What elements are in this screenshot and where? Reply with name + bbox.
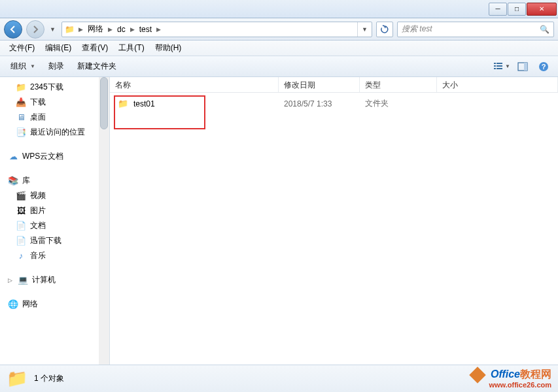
svg-rect-4 [497,65,502,67]
picture-icon: 🖼 [16,206,26,216]
svg-text:?: ? [542,63,546,71]
tree-item-network[interactable]: 🌐 网络 [0,297,109,312]
file-name-cell[interactable]: 📁 test01 [110,99,279,109]
menu-bar: 文件(F) 编辑(E) 查看(V) 工具(T) 帮助(H) [0,41,558,56]
video-icon: 🎬 [16,191,26,201]
menu-tools[interactable]: 工具(T) [113,41,149,56]
breadcrumb[interactable]: 📁 ▶ 网络 ▶ dc ▶ test ▶ ▼ [61,22,372,37]
tree-item-xunlei[interactable]: 📄 迅雷下载 [0,233,109,248]
document-icon: 📄 [16,221,26,231]
breadcrumb-test[interactable]: test [137,22,154,37]
chevron-right-icon[interactable]: ▶ [106,26,114,33]
minimize-button[interactable]: ─ [489,3,507,16]
maximize-button[interactable]: □ [508,3,526,16]
folder-icon: 📁 [118,99,128,109]
tree-item-documents[interactable]: 📄 文档 [0,218,109,233]
forward-button[interactable] [26,20,44,39]
arrow-right-icon [31,25,39,33]
status-object-count: 1 个对象 [34,373,64,384]
download-icon: 📥 [16,97,26,108]
window-controls: ─ □ ✕ [489,3,557,16]
computer-icon: 💻 [18,275,28,286]
close-button[interactable]: ✕ [527,3,557,16]
tree-item-library[interactable]: 📚 库 [0,173,109,188]
tree-item-2345-downloads[interactable]: 📁 2345下载 [0,80,109,95]
tree-scrollbar[interactable] [99,77,109,365]
library-icon: 📚 [8,176,18,186]
window-titlebar: ─ □ ✕ [0,0,558,18]
folder-icon: 📁 [62,25,77,34]
svg-rect-2 [494,68,496,69]
help-button[interactable]: ? [534,59,553,74]
scrollbar-thumb[interactable] [100,77,108,129]
column-type[interactable]: 类型 [360,77,437,92]
svg-rect-7 [524,63,527,71]
file-type-cell: 文件夹 [360,98,437,109]
watermark-logo-icon [470,367,486,383]
chevron-right-icon[interactable]: ▶ [128,26,137,33]
tree-item-videos[interactable]: 🎬 视频 [0,188,109,203]
column-headers: 名称 修改日期 类型 大小 [110,77,558,93]
menu-file[interactable]: 文件(F) [4,41,40,56]
help-icon: ? [538,61,549,72]
svg-rect-1 [494,65,496,67]
chevron-right-icon[interactable]: ▶ [154,26,163,33]
burn-button[interactable]: 刻录 [43,58,69,74]
view-mode-button[interactable]: ▼ [493,59,511,74]
preview-pane-icon [517,62,528,71]
tree-item-computer[interactable]: ▷ 💻 计算机 [0,272,109,287]
tree-item-music[interactable]: ♪ 音乐 [0,248,109,263]
chevron-down-icon: ▼ [30,63,35,69]
search-input[interactable]: 搜索 test 🔍 [397,22,554,37]
music-icon: ♪ [16,251,26,261]
nav-history-dropdown[interactable]: ▼ [48,24,58,35]
column-date[interactable]: 修改日期 [279,77,360,92]
breadcrumb-network[interactable]: 网络 [85,22,106,37]
menu-help[interactable]: 帮助(H) [150,41,187,56]
watermark: Office教程网 www.office26.com [472,368,551,389]
tree-item-pictures[interactable]: 🖼 图片 [0,203,109,218]
navigation-bar: ▼ 📁 ▶ 网络 ▶ dc ▶ test ▶ ▼ 搜索 test 🔍 [0,18,558,41]
folder-large-icon: 📁 [7,368,27,389]
refresh-button[interactable] [376,22,393,37]
tree-item-desktop[interactable]: 🖥 桌面 [0,110,109,125]
chevron-right-icon[interactable]: ▶ [77,26,85,33]
tree-item-downloads[interactable]: 📥 下载 [0,95,109,110]
search-icon[interactable]: 🔍 [540,25,549,34]
column-name[interactable]: 名称 [110,77,279,92]
column-size[interactable]: 大小 [437,77,558,92]
navigation-tree[interactable]: 📁 2345下载 📥 下载 🖥 桌面 📑 最近访问的位置 ☁ WPS云文档 📚 … [0,77,110,365]
expand-triangle-icon[interactable]: ▷ [8,277,12,284]
menu-view[interactable]: 查看(V) [77,41,113,56]
file-row[interactable]: 📁 test01 2018/5/7 1:33 文件夹 [110,95,558,112]
desktop-icon: 🖥 [16,112,26,123]
tree-item-wps-cloud[interactable]: ☁ WPS云文档 [0,149,109,164]
file-list: 名称 修改日期 类型 大小 📁 test01 2018/5/7 1:33 文件夹 [110,77,558,365]
toolbar: 组织 ▼ 刻录 新建文件夹 ▼ ? [0,56,558,77]
search-placeholder: 搜索 test [402,24,432,35]
file-date-cell: 2018/5/7 1:33 [279,99,360,108]
file-rows[interactable]: 📁 test01 2018/5/7 1:33 文件夹 [110,93,558,365]
svg-rect-3 [497,63,502,64]
main-area: 📁 2345下载 📥 下载 🖥 桌面 📑 最近访问的位置 ☁ WPS云文档 📚 … [0,77,558,365]
download-icon: 📄 [16,236,26,246]
recent-icon: 📑 [16,127,26,138]
tree-item-recent[interactable]: 📑 最近访问的位置 [0,125,109,140]
refresh-icon [380,25,389,34]
folder-icon: 📁 [16,82,26,93]
view-list-icon [493,62,504,71]
breadcrumb-dropdown[interactable]: ▼ [357,22,372,37]
svg-rect-5 [497,68,502,69]
network-icon: 🌐 [8,299,18,310]
menu-edit[interactable]: 编辑(E) [40,41,77,56]
svg-rect-0 [494,63,496,64]
arrow-left-icon [9,25,17,33]
breadcrumb-dc[interactable]: dc [114,22,128,37]
chevron-down-icon: ▼ [505,63,510,69]
organize-button[interactable]: 组织 ▼ [5,58,41,74]
cloud-icon: ☁ [8,152,18,162]
new-folder-button[interactable]: 新建文件夹 [72,58,122,74]
preview-pane-button[interactable] [514,59,532,74]
back-button[interactable] [4,20,22,39]
